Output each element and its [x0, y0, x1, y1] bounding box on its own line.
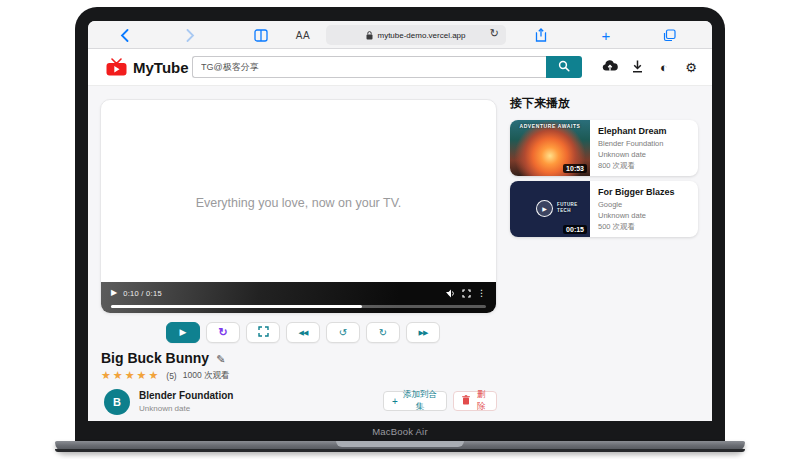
views-count: 1000 次观看 [183, 370, 230, 382]
browser-tabs-button[interactable] [660, 21, 678, 49]
player-fullscreen-icon[interactable] [462, 289, 471, 298]
up-next-video-title: For Bigger Blazes [598, 187, 675, 197]
skip-forward-button[interactable]: ↻ [366, 322, 400, 343]
edit-title-icon[interactable]: ✎ [216, 353, 225, 365]
browser-newtab-button[interactable]: + [597, 21, 615, 49]
search-icon [558, 60, 570, 75]
video-thumbnail[interactable]: ADVENTURE AWAITS 10:53 [510, 120, 590, 176]
skip-back-icon: ↺ [339, 328, 347, 338]
up-next-video-title: Elephant Dream [598, 126, 667, 136]
browser-sidebar-button[interactable] [251, 21, 271, 49]
play-icon: ▶ [180, 328, 187, 337]
delete-button[interactable]: 删除 [453, 391, 497, 411]
channel-date: Unknown date [139, 404, 190, 413]
player-time-display: 0:10 / 0:15 [123, 289, 162, 298]
laptop-base-lip [55, 449, 745, 452]
loop-icon: ↻ [218, 327, 227, 338]
player-play-icon[interactable]: ▶ [111, 289, 117, 297]
volume-icon[interactable] [446, 289, 456, 298]
page-content: Everything you love, now on your TV. ▶ 0… [88, 86, 712, 421]
brand-title[interactable]: MyTube [133, 59, 189, 76]
video-thumbnail[interactable]: ▶ FUTURE TECH 00:15 [510, 181, 590, 237]
skip-forward-icon: ↻ [379, 328, 387, 338]
duration-badge: 00:15 [563, 225, 587, 234]
reader-aa-label: AA [296, 30, 310, 41]
browser-forward-button[interactable] [181, 21, 199, 49]
fullscreen-button[interactable] [246, 322, 280, 343]
player-progress-fill [111, 305, 362, 308]
fast-forward-icon: ▶▶ [419, 329, 428, 336]
video-frame-text: Everything you love, now on your TV. [101, 196, 496, 210]
up-next-title: 接下来播放 [510, 95, 698, 112]
cloud-upload-button[interactable] [602, 60, 618, 76]
download-button[interactable] [629, 60, 645, 76]
mytube-logo-icon[interactable] [106, 58, 127, 80]
browser-share-button[interactable] [532, 21, 550, 49]
rewind-button[interactable]: ◀◀ [286, 322, 320, 343]
skip-back-button[interactable]: ↺ [326, 322, 360, 343]
address-bar[interactable]: mytube-demo.vercel.app ↻ [326, 25, 506, 45]
up-next-channel: Google [598, 200, 675, 209]
fast-forward-button[interactable]: ▶▶ [406, 322, 440, 343]
laptop-screen: AA mytube-demo.vercel.app ↻ + [88, 21, 712, 421]
add-to-collection-label: 添加到合集 [402, 389, 438, 413]
star-rating[interactable]: ★★★★★ [101, 369, 160, 382]
fullscreen-icon [258, 326, 269, 339]
add-to-collection-button[interactable]: + 添加到合集 [383, 391, 447, 411]
share-icon [535, 28, 547, 42]
cloud-upload-icon [602, 60, 618, 75]
chevron-right-icon [186, 29, 195, 42]
up-next-date: Unknown date [598, 150, 667, 159]
search-input[interactable] [192, 56, 546, 78]
macbook-label: MacBook Air [75, 426, 725, 437]
contrast-icon: ◐ [660, 61, 668, 74]
video-meta: Elephant Dream Blender Foundation Unknow… [590, 120, 675, 176]
sidebar-book-icon [254, 29, 268, 42]
channel-name[interactable]: Blender Foundation [139, 390, 233, 401]
plus-icon: + [392, 396, 398, 407]
plus-icon: + [602, 27, 611, 44]
video-player[interactable]: Everything you love, now on your TV. ▶ 0… [100, 99, 497, 314]
player-progress-bar[interactable] [111, 305, 486, 308]
browser-toolbar: AA mytube-demo.vercel.app ↻ + [88, 21, 712, 49]
video-actions: + 添加到合集 删除 [383, 391, 497, 411]
delete-label: 删除 [474, 389, 488, 413]
channel-row: B Blender Foundation Unknown date + 添加到合… [101, 388, 497, 418]
play-button[interactable]: ▶ [166, 322, 200, 343]
player-controls-bar: ▶ 0:10 / 0:15 ⋮ [101, 282, 496, 313]
duration-badge: 10:53 [563, 164, 587, 173]
up-next-date: Unknown date [598, 211, 675, 220]
trash-icon [462, 395, 470, 407]
theme-toggle-button[interactable]: ◐ [656, 60, 672, 76]
thumbnail-caption: ADVENTURE AWAITS [510, 123, 590, 129]
lock-icon [366, 26, 373, 44]
reload-icon[interactable]: ↻ [490, 27, 499, 40]
browser-reader-button[interactable]: AA [291, 21, 315, 49]
settings-button[interactable]: ⚙ [683, 60, 699, 76]
up-next-views: 500 次观看 [598, 222, 675, 232]
tabs-overview-icon [663, 29, 676, 42]
thumbnail-caption: FUTURE TECH [557, 202, 578, 214]
screenshot-stage: AA mytube-demo.vercel.app ↻ + [0, 0, 800, 459]
up-next-channel: Blender Foundation [598, 139, 667, 148]
up-next-sidebar: 接下来播放 ADVENTURE AWAITS 10:53 Elephant Dr… [510, 95, 698, 242]
browser-back-button[interactable] [115, 21, 133, 49]
site-header: MyTube [88, 49, 712, 86]
loop-button[interactable]: ↻ [206, 322, 240, 343]
video-title-row: Big Buck Bunny✎ [101, 350, 225, 366]
channel-avatar[interactable]: B [104, 389, 130, 415]
header-actions: ◐ ⚙ [602, 49, 699, 86]
up-next-item[interactable]: ADVENTURE AWAITS 10:53 Elephant Dream Bl… [510, 120, 698, 176]
laptop-base-notch [336, 441, 464, 447]
video-title: Big Buck Bunny [101, 350, 209, 366]
chevron-left-icon [120, 29, 129, 42]
laptop-base [55, 441, 745, 452]
rating-count: (5) [166, 371, 176, 381]
up-next-item[interactable]: ▶ FUTURE TECH 00:15 For Bigger Blazes Go… [510, 181, 698, 237]
transport-controls: ▶ ↻ ◀◀ ↺ [166, 322, 440, 343]
thumbnail-play-icon: ▶ [536, 200, 553, 217]
laptop-lid: AA mytube-demo.vercel.app ↻ + [75, 7, 725, 441]
search-button[interactable] [546, 56, 582, 78]
player-menu-icon[interactable]: ⋮ [477, 288, 486, 298]
url-text: mytube-demo.vercel.app [377, 31, 465, 40]
